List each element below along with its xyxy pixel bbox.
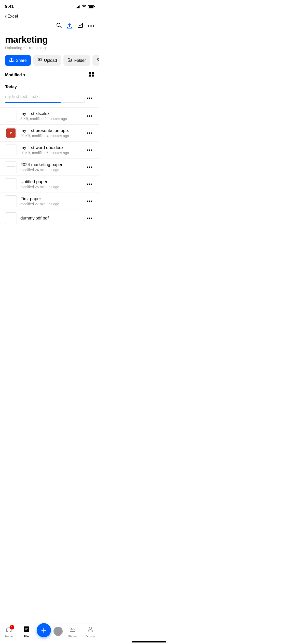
file-more-button[interactable]: •••: [85, 93, 94, 103]
file-name: my first xls.xlsx: [20, 111, 81, 116]
file-more-button[interactable]: •••: [85, 179, 94, 189]
more-icon[interactable]: •••: [88, 23, 95, 29]
select-icon[interactable]: [77, 22, 83, 30]
action-buttons: Share Upload Folder Offlin: [0, 51, 99, 69]
file-more-button[interactable]: •••: [85, 213, 94, 223]
file-more-button[interactable]: •••: [85, 111, 94, 121]
file-thumbnail: [5, 110, 17, 122]
file-thumbnail: P: [5, 127, 17, 139]
file-info: 2024 marketing.paper modified 24 minutes…: [20, 162, 81, 172]
offline-btn-icon: [97, 57, 99, 63]
file-meta: modified 27 minutes ago: [20, 202, 81, 206]
offline-button[interactable]: Offline: [92, 55, 99, 66]
file-meta: modified 25 minutes ago: [20, 185, 81, 189]
folder-button[interactable]: Folder: [63, 55, 90, 66]
file-info: First.paper modified 27 minutes ago: [20, 196, 81, 206]
list-item[interactable]: my first word doc.docx 20 KB, modified 6…: [0, 141, 99, 158]
file-more-button[interactable]: •••: [85, 128, 94, 138]
file-list: my first text file.txt ••• my first xls.…: [0, 91, 99, 227]
signal-icon: [76, 5, 80, 8]
upload-status: Uploading • 1 remaining: [5, 46, 94, 50]
file-name: Untitled.paper: [20, 179, 81, 184]
file-name: my first presentation.pptx: [20, 128, 81, 133]
list-item[interactable]: 2024 marketing.paper modified 24 minutes…: [0, 158, 99, 175]
top-toolbar: •••: [0, 20, 99, 32]
file-info: Untitled.paper modified 25 minutes ago: [20, 179, 81, 189]
file-info: dummy.pdf.pdf: [20, 216, 81, 221]
svg-line-1: [60, 26, 61, 28]
folder-btn-icon: [67, 57, 72, 63]
svg-rect-9: [89, 75, 91, 77]
file-thumbnail: [5, 161, 17, 173]
file-meta: modified 24 minutes ago: [20, 168, 81, 172]
sort-bar: Modified ▾: [0, 69, 99, 81]
svg-rect-8: [92, 72, 94, 74]
share-icon: [9, 57, 14, 63]
upload-btn-icon: [37, 57, 42, 63]
status-bar: 9:41: [0, 0, 99, 11]
list-item[interactable]: dummy.pdf.pdf •••: [0, 210, 99, 227]
svg-rect-10: [92, 75, 94, 77]
list-item[interactable]: First.paper modified 27 minutes ago •••: [0, 193, 99, 210]
file-info: my first word doc.docx 20 KB, modified 6…: [20, 145, 81, 155]
file-thumbnail: [5, 144, 17, 156]
file-name: 2024 marketing.paper: [20, 162, 81, 167]
file-more-button[interactable]: •••: [85, 162, 94, 172]
search-icon[interactable]: [56, 22, 62, 30]
status-time: 9:41: [5, 4, 14, 9]
back-row: ‹ Excel: [0, 11, 99, 20]
file-info: my first presentation.pptx 29 KB, modifi…: [20, 128, 81, 138]
list-item[interactable]: my first text file.txt •••: [0, 91, 99, 107]
pptx-icon: P: [6, 128, 16, 138]
folder-label: Folder: [74, 58, 86, 63]
folder-title-section: marketing Uploading • 1 remaining: [0, 32, 99, 51]
battery-icon: [88, 5, 94, 8]
file-meta: 8 KB, modified 2 minutes ago: [20, 117, 81, 121]
file-info: my first xls.xlsx 8 KB, modified 2 minut…: [20, 111, 81, 121]
share-button[interactable]: Share: [5, 55, 31, 66]
upload-progress-fill: [5, 102, 61, 103]
status-icons: [76, 5, 94, 9]
file-more-button[interactable]: •••: [85, 196, 94, 206]
file-thumbnail: [5, 195, 17, 207]
file-thumbnail: [5, 178, 17, 190]
file-meta: 29 KB, modified 4 minutes ago: [20, 134, 81, 138]
upload-label: Upload: [44, 58, 57, 63]
file-thumbnail: [5, 212, 17, 224]
share-label: Share: [16, 58, 27, 63]
view-toggle-icon[interactable]: [89, 71, 94, 78]
list-item[interactable]: P my first presentation.pptx 29 KB, modi…: [0, 124, 99, 141]
file-name: First.paper: [20, 196, 81, 201]
list-item[interactable]: Untitled.paper modified 25 minutes ago •…: [0, 175, 99, 193]
svg-rect-7: [89, 72, 91, 74]
upload-icon[interactable]: [66, 23, 73, 29]
file-name: dummy.pdf.pdf: [20, 216, 81, 221]
list-item[interactable]: my first xls.xlsx 8 KB, modified 2 minut…: [0, 107, 99, 124]
back-label[interactable]: Excel: [7, 14, 18, 19]
sort-button[interactable]: Modified ▾: [5, 73, 25, 77]
file-more-button[interactable]: •••: [85, 145, 94, 155]
uploading-filename: my first text file.txt: [5, 94, 85, 99]
file-meta: 20 KB, modified 6 minutes ago: [20, 151, 81, 155]
sort-chevron: ▾: [23, 73, 25, 77]
folder-title: marketing: [5, 34, 94, 45]
toolbar-actions: •••: [56, 22, 95, 30]
back-button[interactable]: ‹: [5, 12, 7, 20]
wifi-icon: [82, 5, 86, 9]
upload-button[interactable]: Upload: [33, 55, 61, 66]
file-name: my first word doc.docx: [20, 145, 81, 150]
sort-label-text: Modified: [5, 73, 22, 77]
upload-progress-track: [5, 102, 85, 103]
section-header-today: Today: [0, 81, 99, 91]
